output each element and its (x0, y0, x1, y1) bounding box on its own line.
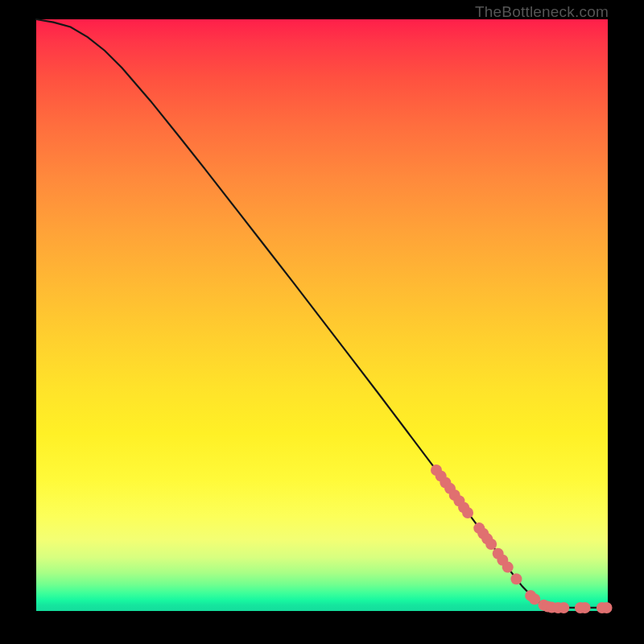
data-point (558, 602, 569, 613)
data-point (580, 602, 591, 613)
chart-curve (36, 19, 608, 608)
data-point (510, 573, 522, 584)
watermark-text: TheBottleneck.com (475, 3, 609, 21)
chart-svg (36, 19, 608, 611)
data-point (502, 562, 514, 573)
data-point (485, 539, 497, 550)
data-point (462, 507, 473, 518)
plot-area (36, 19, 608, 611)
chart-frame: TheBottleneck.com (0, 0, 644, 644)
chart-points (431, 464, 613, 613)
data-point (601, 602, 613, 613)
